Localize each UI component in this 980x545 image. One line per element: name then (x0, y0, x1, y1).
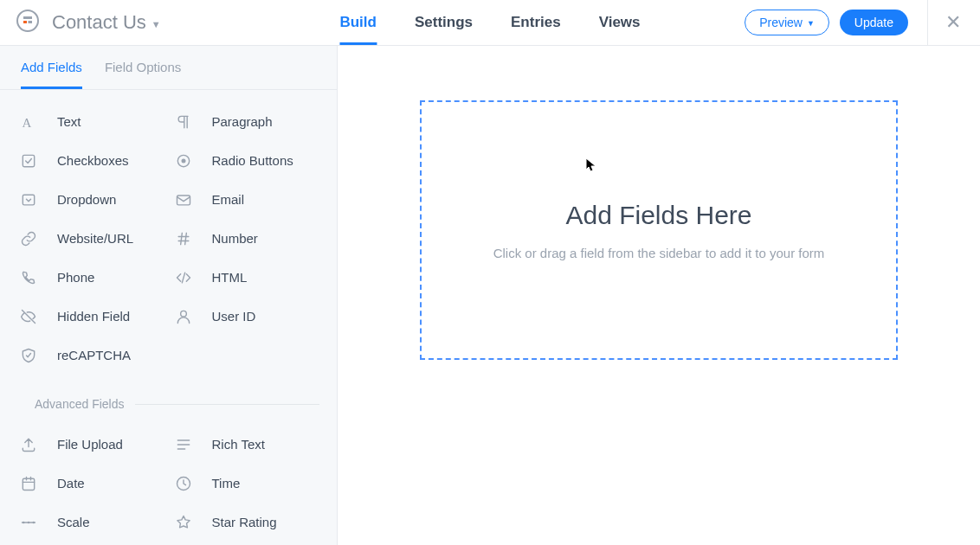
field-label: File Upload (57, 437, 123, 452)
field-hidden[interactable]: Hidden Field (19, 297, 174, 336)
field-label: Phone (57, 270, 94, 285)
advanced-fields-divider: Advanced Fields (0, 392, 337, 421)
app-logo-icon (16, 9, 40, 36)
dropzone-title: Add Fields Here (565, 201, 751, 230)
field-text[interactable]: A Text (19, 102, 174, 141)
svg-rect-9 (177, 196, 190, 205)
calendar-icon (19, 475, 38, 492)
form-title-dropdown[interactable]: Contact Us ▼ (52, 11, 161, 34)
form-title: Contact Us (52, 11, 146, 34)
phone-icon (19, 269, 38, 286)
field-recaptcha[interactable]: reCAPTCHA (19, 336, 174, 375)
dropzone[interactable]: Add Fields Here Click or drag a field fr… (420, 100, 898, 360)
field-file-upload[interactable]: File Upload (19, 425, 174, 464)
form-canvas: Add Fields Here Click or drag a field fr… (338, 46, 980, 545)
svg-point-10 (180, 311, 186, 317)
header-actions: Preview ▼ Update ✕ (745, 0, 964, 46)
top-bar: Contact Us ▼ Build Settings Entries View… (0, 0, 980, 46)
advanced-fields-label: Advanced Fields (35, 397, 125, 411)
email-icon (174, 191, 193, 208)
preview-label: Preview (759, 16, 803, 29)
field-label: HTML (212, 270, 248, 285)
dropzone-subtitle: Click or drag a field from the sidebar t… (493, 246, 825, 260)
hidden-icon (19, 308, 38, 325)
close-icon[interactable]: ✕ (942, 11, 964, 34)
field-label: Email (212, 192, 245, 207)
field-star-rating[interactable]: Star Rating (174, 503, 329, 542)
field-number[interactable]: Number (174, 219, 329, 258)
update-button[interactable]: Update (840, 10, 908, 35)
sidebar: Add Fields Field Options A Text Paragrap… (0, 46, 338, 545)
field-label: Star Rating (212, 515, 277, 529)
field-label: Checkboxes (57, 153, 129, 168)
field-label: Date (57, 476, 85, 490)
field-email[interactable]: Email (174, 180, 329, 219)
radio-icon (174, 152, 193, 170)
field-label: User ID (212, 309, 256, 324)
text-icon: A (19, 113, 38, 131)
field-label: reCAPTCHA (57, 348, 131, 362)
preview-button[interactable]: Preview ▼ (745, 10, 829, 35)
tab-entries[interactable]: Entries (511, 0, 561, 45)
svg-rect-2 (23, 21, 27, 23)
svg-rect-3 (29, 21, 33, 23)
link-icon (19, 230, 38, 247)
sidebar-tabs: Add Fields Field Options (0, 46, 337, 90)
field-label: Radio Buttons (212, 153, 293, 168)
field-dropdown[interactable]: Dropdown (19, 180, 174, 219)
svg-point-7 (181, 158, 185, 163)
field-paragraph[interactable]: Paragraph (174, 102, 329, 141)
field-html[interactable]: HTML (174, 258, 329, 297)
field-label: Scale (57, 515, 90, 529)
star-icon (174, 514, 193, 531)
svg-rect-8 (23, 195, 34, 205)
field-rich-text[interactable]: Rich Text (174, 425, 329, 464)
field-radio[interactable]: Radio Buttons (174, 141, 329, 180)
paragraph-icon (174, 113, 193, 131)
html-icon (174, 269, 193, 286)
clock-icon (174, 475, 193, 492)
upload-icon (19, 436, 38, 453)
svg-rect-1 (23, 16, 32, 19)
tab-build[interactable]: Build (339, 0, 377, 45)
shield-icon (19, 347, 38, 364)
logo-area: Contact Us ▼ (16, 9, 161, 36)
field-time[interactable]: Time (174, 464, 329, 503)
checkbox-icon (19, 152, 38, 170)
field-label: Website/URL (57, 231, 133, 246)
sidebar-tab-field-options[interactable]: Field Options (105, 60, 181, 89)
field-label: Paragraph (212, 114, 273, 129)
field-phone[interactable]: Phone (19, 258, 174, 297)
chevron-down-icon: ▼ (807, 19, 815, 28)
svg-rect-11 (23, 478, 34, 490)
field-userid[interactable]: User ID (174, 297, 329, 336)
field-label: Hidden Field (57, 309, 130, 324)
field-label: Number (212, 231, 258, 246)
chevron-down-icon: ▼ (152, 19, 161, 29)
sidebar-tab-add-fields[interactable]: Add Fields (21, 60, 82, 89)
tab-views[interactable]: Views (599, 0, 641, 45)
scale-icon (19, 514, 38, 531)
main-tabs: Build Settings Entries Views (339, 0, 640, 45)
field-url[interactable]: Website/URL (19, 219, 174, 258)
dropdown-icon (19, 191, 38, 208)
field-checkboxes[interactable]: Checkboxes (19, 141, 174, 180)
tab-settings[interactable]: Settings (415, 0, 473, 45)
richtext-icon (174, 436, 193, 453)
field-label: Rich Text (212, 437, 265, 452)
advanced-fields-grid: File Upload Rich Text Date Time Scale St… (0, 421, 337, 545)
field-label: Text (57, 114, 81, 129)
svg-rect-5 (23, 155, 34, 166)
field-scale[interactable]: Scale (19, 503, 174, 542)
number-icon (174, 230, 193, 247)
divider (927, 0, 928, 46)
field-label: Time (212, 476, 241, 490)
field-date[interactable]: Date (19, 464, 174, 503)
svg-point-0 (17, 10, 38, 31)
field-label: Dropdown (57, 192, 116, 207)
svg-text:A: A (23, 115, 32, 129)
user-icon (174, 308, 193, 325)
fields-grid: A Text Paragraph Checkboxes Radio Button… (0, 90, 337, 382)
